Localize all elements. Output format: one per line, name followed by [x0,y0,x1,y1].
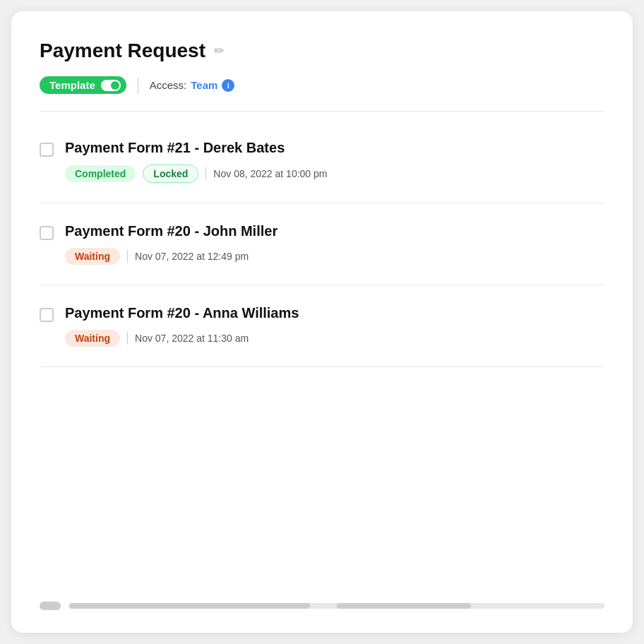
list-item: Payment Form #20 - John Miller Waiting N… [40,203,604,285]
main-card: Payment Request ✏ Template Access: Team … [11,11,633,633]
form-content-1: Payment Form #21 - Derek Bates Completed… [65,140,604,183]
meta-divider-1 [205,167,206,180]
meta-row: Template Access: Team i [40,76,604,94]
form-title-1: Payment Form #21 - Derek Bates [65,140,604,156]
template-badge[interactable]: Template [40,76,126,94]
page-title: Payment Request [40,40,205,62]
badge-locked-1: Locked [143,165,198,183]
header-divider [40,111,604,112]
form-meta-2: Waiting Nov 07, 2022 at 12:49 pm [65,248,604,265]
access-label: Access: [150,79,187,91]
form-content-2: Payment Form #20 - John Miller Waiting N… [65,223,604,265]
form-list: Payment Form #21 - Derek Bates Completed… [40,129,604,367]
form-content-3: Payment Form #20 - Anna Williams Waiting… [65,305,604,347]
form-checkbox-3[interactable] [40,308,54,322]
meta-divider-2 [127,250,128,263]
scroll-thumb[interactable] [40,602,61,610]
form-date-3: Nov 07, 2022 at 11:30 am [135,333,249,344]
form-title-3: Payment Form #20 - Anna Williams [65,305,604,321]
badge-waiting-2: Waiting [65,248,120,265]
list-item: Payment Form #21 - Derek Bates Completed… [40,129,604,203]
form-checkbox-1[interactable] [40,143,54,157]
badge-waiting-3: Waiting [65,330,120,347]
access-team-value: Team [191,79,217,91]
list-item: Payment Form #20 - Anna Williams Waiting… [40,285,604,367]
form-checkbox-2[interactable] [40,226,54,240]
template-toggle[interactable] [101,80,121,91]
template-badge-label: Template [49,79,95,91]
form-date-2: Nov 07, 2022 at 12:49 pm [135,251,249,262]
form-meta-1: Completed Locked Nov 08, 2022 at 10:00 p… [65,165,604,183]
meta-divider-3 [127,332,128,345]
scroll-indicator-2 [337,603,471,609]
edit-icon[interactable]: ✏ [214,43,225,59]
scroll-indicator-1 [69,603,310,609]
form-meta-3: Waiting Nov 07, 2022 at 11:30 am [65,330,604,347]
bottom-bar [40,602,604,610]
badge-completed-1: Completed [65,165,136,182]
info-icon[interactable]: i [222,79,234,92]
scroll-track[interactable] [69,603,604,609]
form-title-2: Payment Form #20 - John Miller [65,223,604,239]
form-date-1: Nov 08, 2022 at 10:00 pm [213,168,327,179]
access-row: Access: Team i [150,79,235,92]
meta-divider [138,77,138,94]
header-row: Payment Request ✏ [40,40,604,62]
